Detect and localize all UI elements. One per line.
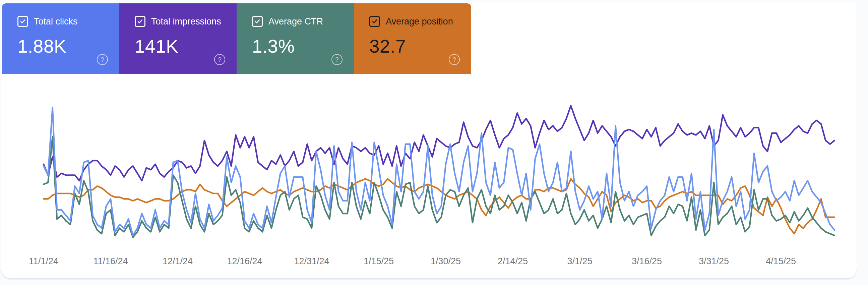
question-mark-glyph: ? (100, 56, 104, 63)
x-axis-tick-label: 11/16/24 (93, 256, 128, 266)
question-mark-glyph: ? (453, 56, 456, 63)
checked-checkbox-icon[interactable] (135, 16, 146, 27)
checked-checkbox-icon[interactable] (252, 16, 263, 27)
card-label: Total impressions (151, 17, 221, 26)
metric-card-average-position[interactable]: Average position 32.7 ? (354, 3, 471, 74)
checked-checkbox-icon[interactable] (369, 16, 380, 27)
card-header: Average position (369, 16, 471, 27)
search-performance-screen: Total clicks 1.88K ? Total impressions 1… (0, 0, 868, 285)
question-mark-glyph: ? (218, 56, 221, 63)
x-axis-tick-label: 1/30/25 (431, 256, 461, 266)
x-axis-tick-label: 2/14/25 (498, 256, 528, 266)
x-axis-tick-label: 12/16/24 (227, 256, 262, 266)
performance-chart[interactable]: 11/1/2411/16/2412/1/2412/16/2412/31/241/… (0, 81, 868, 285)
help-icon[interactable]: ? (214, 54, 225, 65)
x-axis-tick-label: 4/15/25 (766, 256, 796, 266)
card-header: Total impressions (135, 16, 237, 27)
card-label: Average position (386, 17, 453, 26)
card-value: 32.7 (369, 35, 471, 57)
x-axis-tick-label: 1/15/25 (364, 256, 394, 266)
x-axis-tick-label: 3/1/25 (567, 256, 592, 266)
metric-card-total-impressions[interactable]: Total impressions 141K ? (119, 3, 237, 74)
card-value: 141K (135, 35, 237, 57)
metric-cards-row: Total clicks 1.88K ? Total impressions 1… (2, 3, 471, 74)
x-axis-tick-label: 12/31/24 (294, 256, 329, 266)
question-mark-glyph: ? (335, 56, 339, 63)
help-icon[interactable]: ? (449, 54, 460, 65)
card-header: Total clicks (18, 16, 119, 27)
card-label: Total clicks (34, 17, 78, 26)
card-value: 1.88K (18, 35, 119, 57)
series-line-total-clicks (43, 108, 835, 236)
help-icon[interactable]: ? (97, 54, 108, 65)
series-line-average-ctr (43, 137, 835, 237)
x-axis-tick-label: 11/1/24 (29, 256, 58, 266)
checked-checkbox-icon[interactable] (18, 16, 28, 27)
metric-card-total-clicks[interactable]: Total clicks 1.88K ? (2, 3, 119, 74)
card-header: Average CTR (252, 16, 354, 27)
metric-card-average-ctr[interactable]: Average CTR 1.3% ? (237, 3, 354, 74)
help-icon[interactable]: ? (332, 54, 342, 65)
card-value: 1.3% (252, 35, 354, 57)
x-axis-tick-label: 3/16/25 (632, 256, 662, 266)
card-label: Average CTR (269, 17, 323, 26)
x-axis-tick-label: 12/1/24 (162, 256, 193, 266)
x-axis-tick-label: 3/31/25 (699, 256, 729, 266)
